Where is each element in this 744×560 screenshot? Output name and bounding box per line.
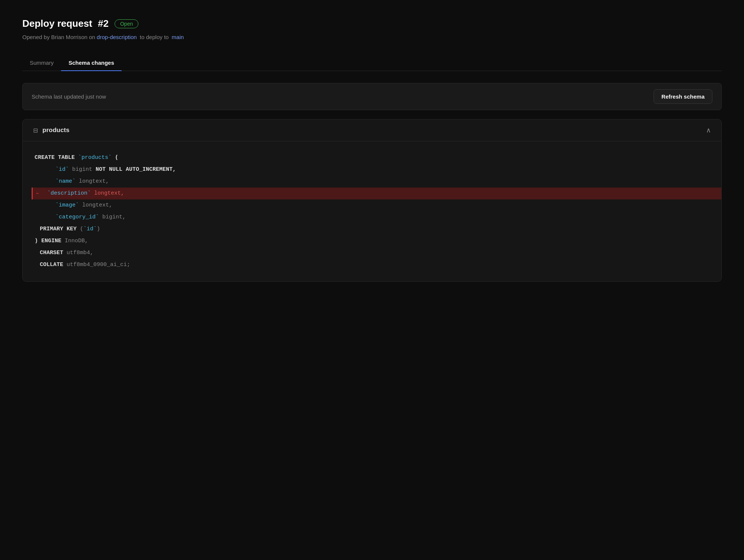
code-line-4-deleted: – `description` longtext, [32, 188, 721, 199]
schema-info-bar: Schema last updated just now Refresh sch… [22, 83, 722, 110]
schema-info-text: Schema last updated just now [32, 93, 106, 100]
target-branch-link[interactable]: main [172, 34, 184, 40]
table-name-row: ⊟ products [33, 127, 70, 134]
subtitle-prefix: Opened by Brian Morrison on [22, 34, 95, 40]
table-header: ⊟ products ∧ [23, 119, 721, 141]
code-line-8: ) ENGINE InnoDB, [35, 235, 709, 247]
status-badge: Open [115, 19, 138, 28]
code-line-3: `name` longtext, [35, 176, 709, 188]
code-block: CREATE TABLE `products` ( `id` bigint NO… [23, 141, 721, 281]
code-line-2: `id` bigint NOT NULL AUTO_INCREMENT, [35, 164, 709, 176]
table-section: ⊟ products ∧ CREATE TABLE `products` ( `… [22, 119, 722, 282]
delete-marker: – [36, 188, 39, 199]
page-title: Deploy request #2 [22, 18, 109, 29]
table-icon: ⊟ [33, 127, 38, 134]
tabs-container: Summary Schema changes [22, 55, 722, 71]
code-line-10: COLLATE utf8mb4_0900_ai_ci; [35, 259, 709, 271]
code-line-5: `image` longtext, [35, 199, 709, 211]
code-line-1: CREATE TABLE `products` ( [35, 152, 709, 164]
tab-summary[interactable]: Summary [22, 55, 61, 71]
page-header: Deploy request #2 Open Opened by Brian M… [22, 18, 722, 40]
subtitle: Opened by Brian Morrison on drop-descrip… [22, 34, 722, 40]
collapse-icon[interactable]: ∧ [706, 126, 711, 134]
tab-schema-changes[interactable]: Schema changes [61, 55, 122, 71]
table-name: products [42, 127, 70, 134]
code-line-9: CHARSET utf8mb4, [35, 247, 709, 259]
deploy-to-text: to deploy to [140, 34, 169, 40]
pr-number: #2 [98, 18, 109, 29]
refresh-schema-button[interactable]: Refresh schema [654, 89, 712, 104]
branch-link[interactable]: drop-description [97, 34, 137, 40]
title-text: Deploy request [22, 18, 92, 29]
title-row: Deploy request #2 Open [22, 18, 722, 29]
code-line-6: `category_id` bigint, [35, 211, 709, 223]
code-line-7: PRIMARY KEY (`id`) [35, 223, 709, 235]
